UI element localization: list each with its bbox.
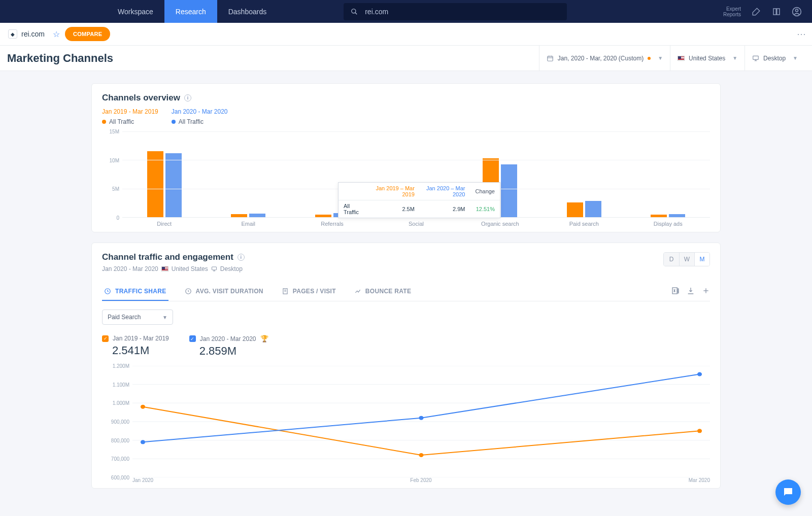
chevron-down-icon: ▼ (732, 55, 737, 61)
device-filter[interactable]: Desktop ▼ (745, 46, 805, 71)
chat-button[interactable] (775, 479, 801, 505)
account-icon[interactable] (792, 7, 802, 17)
granularity-toggle: DWM (663, 252, 710, 266)
granularity-w[interactable]: W (679, 253, 694, 266)
y-axis-label: 1.200M (113, 363, 129, 369)
x-axis-label: Organic search (458, 218, 542, 227)
x-axis-label: Display ads (626, 218, 710, 227)
channels-overview-title: Channels overview (102, 93, 180, 103)
line-point[interactable] (697, 429, 702, 433)
svg-rect-8 (753, 56, 759, 59)
us-flag-icon (678, 56, 685, 61)
us-flag-icon (161, 266, 168, 271)
y-axis-label: 700,000 (111, 456, 129, 462)
chevron-down-icon: ▼ (793, 55, 798, 61)
bar-group[interactable] (542, 131, 626, 217)
svg-rect-22 (677, 292, 679, 293)
x-axis-label: Social (374, 218, 458, 227)
trophy-icon: 🏆 (260, 335, 268, 342)
favicon-icon: ◆ (8, 29, 17, 39)
top-nav: Workspace Research Dashboards rei.com Ex… (0, 0, 812, 23)
bar[interactable] (249, 214, 265, 217)
metric-tab-traffic-share[interactable]: TRAFFIC SHARE (102, 283, 168, 301)
checkbox-orange-icon: ✓ (102, 335, 109, 342)
line-series[interactable] (143, 407, 699, 455)
summary-series-b[interactable]: ✓Jan 2020 - Mar 2020🏆 2.859M (189, 335, 268, 358)
compare-button[interactable]: COMPARE (65, 27, 111, 41)
bar-group[interactable] (122, 131, 206, 217)
line-point[interactable] (419, 453, 423, 457)
country-filter[interactable]: United States ▼ (670, 46, 745, 71)
svg-rect-21 (677, 290, 679, 291)
bar[interactable] (501, 164, 517, 217)
bar[interactable] (147, 151, 163, 217)
y-axis-label: 0 (116, 215, 119, 221)
metric-tab-pages-visit[interactable]: PAGES / VISIT (280, 283, 338, 301)
bar[interactable] (567, 202, 583, 217)
svg-point-3 (796, 9, 798, 12)
metric-tab-avg-visit-duration[interactable]: AVG. VISIT DURATION (183, 283, 265, 301)
more-menu-icon[interactable]: ⋯ (797, 28, 807, 40)
legend-swatch-blue (172, 120, 176, 124)
legend-swatch-orange (102, 120, 106, 124)
nav-dashboards[interactable]: Dashboards (217, 0, 278, 23)
x-axis-label: Feb 2020 (153, 477, 689, 483)
search-input[interactable]: rei.com (365, 8, 388, 16)
title-bar: Marketing Channels Jan, 2020 - Mar, 2020… (0, 46, 812, 71)
bar-group[interactable] (206, 131, 290, 217)
bar[interactable] (585, 201, 601, 217)
line-point[interactable] (419, 416, 423, 420)
checkbox-blue-icon: ✓ (189, 335, 196, 342)
brush-icon[interactable] (751, 7, 761, 17)
svg-rect-4 (548, 56, 553, 60)
legend-period-a: Jan 2019 - Mar 2019 All Traffic (102, 108, 158, 125)
nav-research[interactable]: Research (164, 0, 217, 23)
bar[interactable] (651, 215, 667, 217)
nav-workspace[interactable]: Workspace (107, 0, 164, 23)
overview-bar-chart: 05M10M15M Jan 2019 – Mar 2019 Jan 2020 –… (102, 131, 710, 218)
summary-series-a[interactable]: ✓Jan 2019 - Mar 2019 2.541M (102, 335, 169, 358)
download-icon[interactable] (687, 287, 695, 297)
domain-chip[interactable]: ◆ rei.com (5, 29, 48, 39)
x-axis-label: Paid search (542, 218, 626, 227)
export-excel-icon[interactable] (671, 287, 680, 297)
line-point[interactable] (697, 372, 702, 376)
svg-line-1 (355, 12, 357, 14)
info-icon[interactable]: i (238, 254, 245, 261)
channel-traffic-title: Channel traffic and engagement (102, 252, 233, 262)
metric-tab-bounce-rate[interactable]: BOUNCE RATE (352, 283, 413, 301)
x-axis-label: Mar 2020 (689, 477, 710, 483)
date-range-filter[interactable]: Jan, 2020 - Mar, 2020 (Custom) ▼ (539, 46, 670, 71)
bar[interactable] (315, 215, 331, 217)
bar[interactable] (165, 153, 182, 217)
y-axis-label: 1.100M (113, 382, 129, 387)
line-point[interactable] (141, 405, 145, 409)
custom-dot-icon (648, 57, 651, 60)
bar[interactable] (231, 214, 247, 217)
favorite-star-icon[interactable]: ☆ (53, 29, 60, 39)
add-icon[interactable] (702, 287, 710, 297)
global-search[interactable]: rei.com (344, 3, 567, 20)
channel-traffic-card: Channel traffic and engagement i Jan 202… (91, 243, 721, 489)
channel-select[interactable]: Paid Search ▼ (102, 309, 173, 325)
x-axis-label: Jan 2020 (132, 477, 153, 483)
bar-group[interactable] (626, 131, 710, 217)
x-axis-label: Direct (122, 218, 206, 227)
granularity-m[interactable]: M (694, 253, 709, 266)
granularity-d[interactable]: D (664, 253, 679, 266)
book-icon[interactable] (771, 7, 782, 17)
domain-bar: ◆ rei.com ☆ COMPARE ⋯ (0, 23, 812, 46)
chat-icon (782, 486, 794, 498)
expert-reports-link[interactable]: Expert Reports (723, 6, 741, 17)
desktop-icon (752, 55, 759, 62)
info-icon[interactable]: i (184, 94, 191, 101)
calendar-icon (547, 55, 554, 62)
bar[interactable] (669, 214, 685, 217)
y-axis-label: 900,000 (111, 419, 129, 425)
domain-name: rei.com (21, 30, 45, 38)
x-axis-label: Email (206, 218, 290, 227)
line-point[interactable] (141, 440, 145, 444)
search-icon (351, 8, 358, 15)
x-axis-label: Referrals (290, 218, 374, 227)
y-axis-label: 600,000 (111, 475, 129, 480)
